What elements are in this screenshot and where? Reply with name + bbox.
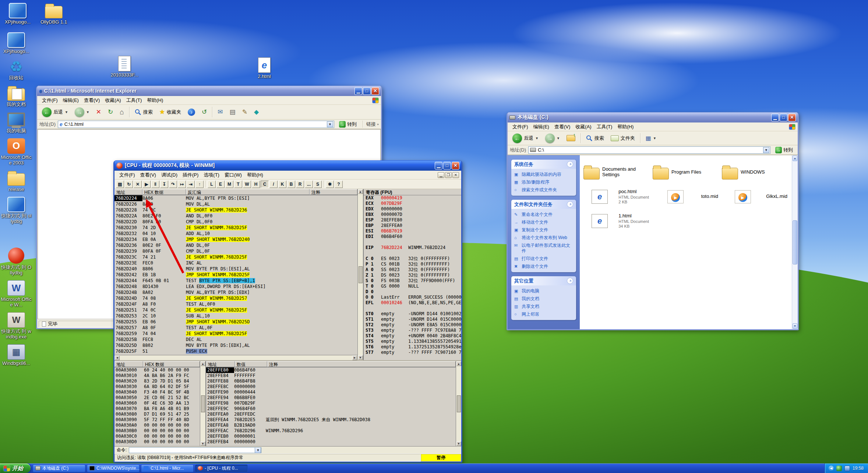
disasm-row[interactable]: 76B2D251 74 0C JE SHORT WINMM.76B2D25F	[114, 307, 357, 313]
window-toolbar-button[interactable]: B	[287, 181, 295, 188]
window-toolbar-button[interactable]: H	[252, 181, 260, 188]
taskbar-task-button[interactable]: C:\WINDOWS\syste...	[87, 465, 140, 472]
desktop-icon[interactable]: 快捷方式 到 Ollydbg	[1, 248, 32, 276]
child-minimize-button[interactable]: ▁	[438, 172, 444, 178]
task-item[interactable]: ○ 网上邻居	[514, 312, 573, 317]
chevron-up-icon[interactable]: »	[567, 201, 573, 207]
window-toolbar-button[interactable]: W	[243, 181, 251, 188]
hide-icons-chevron-icon[interactable]: ◀	[829, 466, 834, 471]
mail-button[interactable]: ✉	[215, 108, 225, 116]
desktop-icon[interactable]: 回收站	[1, 59, 32, 81]
desktop-icon[interactable]: 快捷方式 到 ollydbg	[1, 197, 32, 224]
register-line[interactable]: EIP 76B2D224 WINMM.76B2D224	[364, 245, 461, 250]
chevron-up-icon[interactable]: »	[567, 161, 573, 167]
stack-row[interactable]: 28EFFE94 0B6B8FE0	[206, 395, 456, 401]
scroll-down-icon[interactable]: ▼	[456, 441, 461, 446]
child-restore-button[interactable]: ❐	[445, 172, 452, 178]
menu-item[interactable]: 帮助(H)	[144, 96, 166, 104]
disasm-row[interactable]: 76B2D23E FEC0 INC AL	[114, 260, 357, 266]
dump-row[interactable]: 00A030B0 00 00 00 00 00 00	[114, 428, 200, 434]
debug-toolbar-button[interactable]: ‖	[151, 181, 159, 188]
favorites-button[interactable]: ★ 收藏夹	[157, 108, 184, 117]
register-line[interactable]	[364, 306, 461, 311]
menu-item[interactable]: 工具(T)	[594, 123, 615, 131]
debug-toolbar-button[interactable]: ↑	[195, 181, 204, 188]
stack-row[interactable]: 28EFFEB4 00000000	[206, 439, 456, 445]
disasm-row[interactable]: 76B2D244 F645 0B 01 TEST BYTE PTR SS:[EB…	[114, 278, 357, 284]
debug-toolbar-button[interactable]: ↷	[169, 181, 177, 188]
disasm-row[interactable]: 76B2D248 8D1430 LEA EDX,DWORD PTR DS:[EA…	[114, 284, 357, 289]
desktop-icon[interactable]: release	[1, 170, 32, 192]
scroll-up-icon[interactable]: ▲	[201, 362, 205, 366]
disasm-row[interactable]: 76B2D24B 8A02 MOV AL,BYTE PTR DS:[EDX]	[114, 289, 357, 295]
disasm-row[interactable]: 76B2D25D 8802 MOV BYTE PTR DS:[EDX],AL	[114, 342, 357, 348]
disasm-row[interactable]: 76B2D23C 74 21 JE SHORT WINMM.76B2D25F	[114, 254, 357, 260]
scroll-down-icon[interactable]: ▼	[358, 355, 363, 360]
dump-row[interactable]: 00A03080 D7 D1 69 51 47 25	[114, 412, 200, 417]
back-button[interactable]: 后退 ▼	[39, 106, 71, 118]
register-line[interactable]: ST0 empty -UNORM D144 01001002 015C0	[364, 311, 461, 317]
menu-item[interactable]: 调试(D)	[159, 171, 180, 179]
menu-item[interactable]: 收藏(A)	[573, 123, 594, 131]
back-dropdown-icon[interactable]: ▼	[535, 136, 539, 140]
dump-row[interactable]: 00A03070 BA F8 A6 4B 01 B9	[114, 406, 200, 412]
links-band[interactable]: 链接 »	[366, 121, 379, 128]
stack-row[interactable]: 28EFFE88 0B6B4FB8	[206, 378, 456, 384]
register-line[interactable]: D 0	[364, 289, 461, 295]
file-tile[interactable]: Documents and Settings	[583, 161, 650, 184]
register-line[interactable]: ST2 empty -UNORM E8A5 015C0000 00000	[364, 322, 461, 328]
menu-item[interactable]: 编辑(E)	[531, 123, 552, 131]
scroll-up-icon[interactable]: ▲	[358, 189, 363, 194]
dump-row[interactable]: 00A03090 5F 72 FF FF 40 8D	[114, 417, 200, 423]
command-dropdown-icon[interactable]: ▼	[255, 447, 261, 453]
register-line[interactable]: ST3 empty -??? FFFF 7C97E8A8 7C92E90	[364, 328, 461, 333]
scroll-right-icon[interactable]: ▶	[352, 356, 357, 360]
register-line[interactable]: Z 1 DS 0023 32位 0(FFFFFFFF)	[364, 273, 461, 278]
window-toolbar-button[interactable]: C	[261, 181, 269, 188]
minimize-button[interactable]: ▁	[435, 162, 442, 170]
close-button[interactable]: ✕	[371, 87, 379, 95]
task-item[interactable]: ▣ 隐藏此驱动器的内容	[514, 172, 573, 177]
register-line[interactable]: ESI 0B6B7019	[364, 228, 461, 234]
menu-item[interactable]: 帮助(H)	[244, 171, 266, 179]
task-item[interactable]: ▣ 复制这个文件	[514, 227, 573, 233]
menu-item[interactable]: 插件(P)	[180, 171, 201, 179]
address-dropdown-icon[interactable]: ▼	[327, 121, 333, 127]
edit-button[interactable]: ✎	[240, 108, 250, 116]
dump-row[interactable]: 00A03010 4A BA B6 2A F9 FC	[114, 373, 200, 378]
window-toolbar-button[interactable]: L	[208, 181, 216, 188]
disasm-vscrollbar[interactable]: ▲ ▼	[357, 189, 363, 360]
ie-titlebar[interactable]: e C:\1.html - Microsoft Internet Explore…	[37, 86, 381, 96]
column-header-address[interactable]: 地址	[206, 361, 235, 367]
disasm-row[interactable]: 76B2D228 74 0C JE SHORT WINMM.76B2D236	[114, 207, 357, 213]
child-close-button[interactable]: ✕	[452, 172, 459, 178]
debug-toolbar-button[interactable]: ▤	[116, 181, 124, 188]
task-item[interactable]: ⌂ 将这个文件发布到 Web	[514, 235, 573, 241]
minimize-button[interactable]: ▁	[354, 87, 362, 95]
task-item[interactable]: → 移动这个文件	[514, 220, 573, 225]
search-button[interactable]: 搜索	[132, 108, 155, 117]
disasm-row[interactable]: 76B2D242 EB 1B JMP SHORT WINMM.76B2D25F	[114, 272, 357, 278]
dump-row[interactable]: 00A03050 2E CD 0E 21 52 BC	[114, 395, 200, 401]
register-line[interactable]: EDX 00000000	[364, 206, 461, 212]
register-line[interactable]: EFL 00010246 (NO,NB,E,BE,NS,PE,GE,LE)	[364, 300, 461, 306]
column-header-address[interactable]: 地址	[114, 361, 143, 367]
menu-item[interactable]: 查看(V)	[138, 171, 159, 179]
media-button[interactable]: ♪	[185, 107, 198, 117]
register-line[interactable]: ST5 empty 1.1338413855572054910e-493	[364, 339, 461, 344]
stack-row[interactable]: 28EFFEA8 B2B19AD0	[206, 423, 456, 428]
desktop-icon[interactable]: Microsoft Office 2003	[1, 138, 32, 166]
dump-row[interactable]: 00A030C0 00 00 00 00 00 00	[114, 434, 200, 439]
menu-item[interactable]: 收藏(A)	[102, 96, 123, 104]
window-toolbar-button[interactable]: E	[216, 181, 225, 188]
up-button[interactable]	[564, 134, 578, 142]
task-item[interactable]: ✖ 删除这个文件	[514, 264, 573, 269]
dump-vscrollbar[interactable]: ▲ ▼	[200, 361, 205, 446]
register-line[interactable]	[364, 239, 461, 245]
file-tile[interactable]: toto.mid	[652, 185, 719, 208]
scroll-up-icon[interactable]: ▲	[793, 156, 797, 161]
register-line[interactable]: S 0 FS 003B 32位 7FF9D000(FFF)	[364, 278, 461, 284]
register-line[interactable]	[364, 250, 461, 256]
task-item[interactable]: ▥ 共享文档	[514, 304, 573, 309]
register-line[interactable]: P 1 CS 001B 32位 0(FFFFFFFF)	[364, 262, 461, 267]
